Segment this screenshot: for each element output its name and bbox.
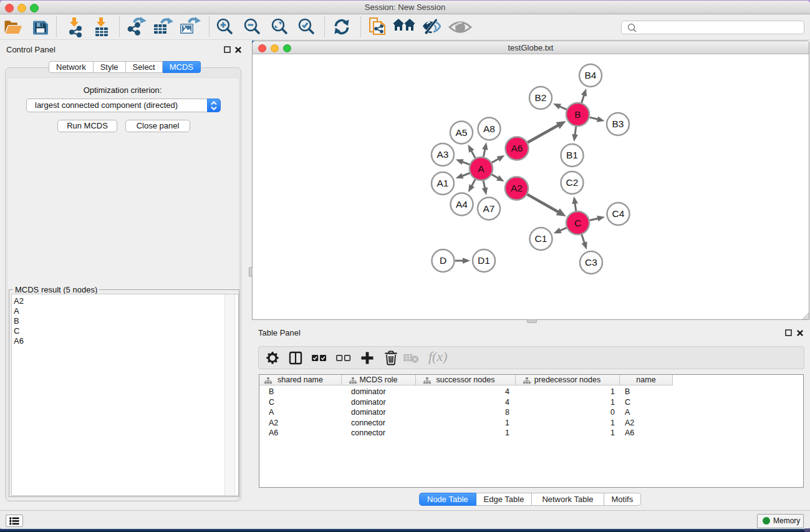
svg-text:A2: A2 bbox=[511, 183, 523, 193]
svg-text:D: D bbox=[440, 255, 446, 266]
svg-text:C2: C2 bbox=[566, 177, 579, 188]
svg-text:A1: A1 bbox=[437, 178, 449, 188]
svg-text:A: A bbox=[478, 163, 485, 174]
svg-text:A8: A8 bbox=[483, 123, 495, 134]
svg-text:A4: A4 bbox=[456, 199, 468, 210]
svg-text:B: B bbox=[574, 109, 581, 120]
svg-text:C3: C3 bbox=[585, 257, 597, 268]
svg-text:D1: D1 bbox=[478, 255, 490, 266]
svg-text:B3: B3 bbox=[612, 118, 624, 129]
svg-text:C4: C4 bbox=[612, 208, 625, 219]
svg-text:A6: A6 bbox=[511, 143, 523, 153]
svg-text:C1: C1 bbox=[535, 233, 547, 244]
svg-text:A5: A5 bbox=[456, 127, 468, 138]
svg-text:B4: B4 bbox=[585, 70, 597, 80]
svg-text:C: C bbox=[574, 218, 581, 228]
svg-text:A3: A3 bbox=[437, 149, 449, 160]
svg-text:A7: A7 bbox=[483, 203, 495, 214]
svg-text:B1: B1 bbox=[566, 150, 578, 160]
svg-text:B2: B2 bbox=[535, 92, 547, 103]
